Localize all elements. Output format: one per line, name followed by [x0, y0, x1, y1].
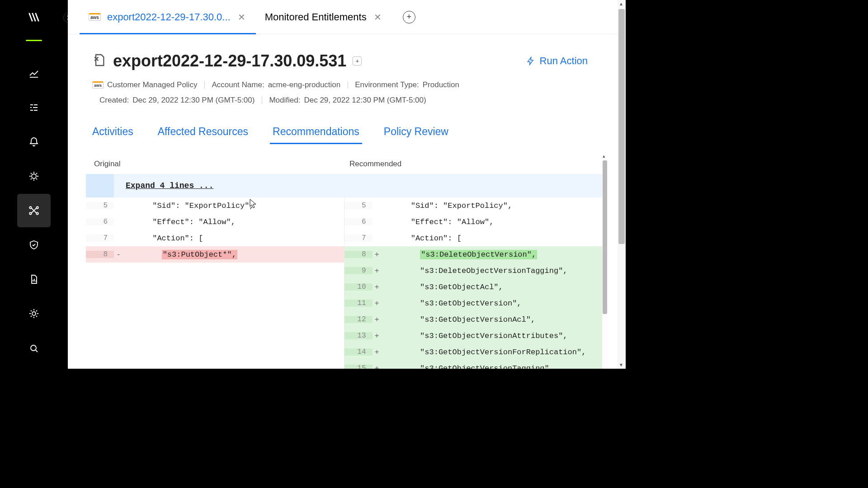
tab-label: Monitored Entitlements	[265, 11, 367, 23]
tab-affected-resources[interactable]: Affected Resources	[158, 126, 248, 144]
line-number: 7	[344, 235, 373, 242]
add-tab-button[interactable]: +	[403, 11, 415, 23]
line-number: 6	[86, 218, 114, 225]
svg-point-2	[36, 206, 38, 208]
diff-marker-plus: +	[373, 300, 382, 307]
diff-code: "Action": [	[123, 235, 203, 242]
tab-close-button[interactable]: ✕	[237, 12, 247, 22]
diff-code-removed: "s3:PutObject*",	[123, 251, 237, 258]
account-label: Account Name:	[212, 80, 264, 89]
diff-code: "Sid": "ExportPolicy",	[382, 202, 513, 210]
tab-recommendations[interactable]: Recommendations	[273, 126, 359, 144]
diff-code: "Effect": "Allow",	[123, 218, 236, 226]
diff-row: 14+ "s3:GetObjectVersionForReplication",	[86, 344, 602, 360]
diff-marker-plus: +	[373, 365, 382, 369]
diff-marker-plus: +	[373, 332, 382, 340]
diff-scrollbar[interactable]: ▲ ▼	[602, 154, 608, 369]
diff-row: 13+ "s3:GetObjectVersionAttributes",	[86, 328, 602, 344]
diff-row: 11+ "s3:GetObjectVersion",	[86, 295, 602, 311]
diff-code-added: "s3:GetObjectVersionTagging",	[382, 365, 554, 369]
tab-close-button[interactable]: ✕	[373, 12, 383, 22]
svg-point-3	[29, 212, 31, 214]
sidebar	[0, 0, 68, 369]
policy-icon	[92, 53, 107, 69]
diff-code: "Sid": "ExportPolicy",	[123, 202, 254, 210]
expand-lines-button[interactable]: Expand 4 lines ...	[86, 174, 602, 197]
sidebar-item-structure[interactable]	[17, 91, 51, 124]
tab-activities[interactable]: Activities	[92, 126, 133, 144]
scroll-up-icon[interactable]: ▲	[603, 155, 605, 159]
line-number: 10	[344, 283, 373, 291]
title-add-button[interactable]: +	[353, 56, 362, 66]
sidebar-item-theme[interactable]	[17, 297, 51, 330]
diff-row: 10+ "s3:GetObjectAcl",	[86, 279, 602, 295]
diff-marker-plus: +	[373, 267, 382, 275]
env-value: Production	[423, 80, 459, 89]
sidebar-item-search[interactable]	[17, 337, 51, 360]
page-header: export2022-12-29-17.30.09.531 + Run Acti…	[68, 34, 626, 107]
diff-row: 12+ "s3:GetObjectVersionAcl",	[86, 311, 602, 328]
svg-point-4	[36, 212, 38, 214]
sidebar-item-graph[interactable]	[17, 194, 51, 227]
diff-row: 5 "Sid": "ExportPolicy",5 "Sid": "Export…	[86, 197, 602, 214]
tab-policy[interactable]: aws export2022-12-29-17.30.0... ✕	[80, 0, 256, 34]
tab-monitored-entitlements[interactable]: Monitored Entitlements ✕	[256, 0, 392, 34]
diff-marker-plus: +	[373, 348, 382, 356]
modified-value: Dec 29, 2022 12:30 PM (GMT-5:00)	[304, 96, 426, 105]
line-number: 8	[86, 251, 114, 258]
diff-row: 8 - "s3:PutObject*", 8 + "s3:DeleteObjec…	[86, 246, 602, 263]
svg-point-1	[29, 206, 31, 208]
diff-row: 9+ "s3:DeleteObjectVersionTagging",	[86, 263, 602, 279]
line-number: 9	[344, 267, 373, 274]
policy-type: Customer Managed Policy	[107, 80, 197, 89]
tab-policy-review[interactable]: Policy Review	[384, 126, 448, 144]
diff-row: 7 "Action": [7 "Action": [	[86, 230, 602, 246]
sidebar-item-alerts[interactable]	[17, 125, 51, 159]
scroll-thumb[interactable]	[603, 160, 607, 314]
diff-code-added: "s3:GetObjectVersion",	[382, 300, 522, 307]
line-number: 6	[344, 218, 373, 225]
run-action-label: Run Action	[540, 55, 588, 67]
diff-code-added: "s3:DeleteObjectVersionTagging",	[382, 267, 568, 275]
expand-label: Expand 4 lines ...	[114, 182, 213, 190]
modified-label: Modified:	[269, 96, 300, 105]
bolt-icon	[526, 56, 535, 66]
sidebar-item-analytics[interactable]	[17, 56, 51, 90]
aws-icon: aws	[89, 13, 101, 21]
line-number: 15	[344, 365, 373, 369]
line-number: 7	[86, 235, 114, 242]
diff-code-added: "s3:DeleteObjectVersion",	[382, 251, 538, 258]
app-logo	[28, 11, 40, 23]
diff-marker-plus: +	[373, 316, 382, 324]
original-label: Original	[94, 160, 344, 169]
diff-code-added: "s3:GetObjectVersionForReplication",	[382, 348, 586, 356]
run-action-button[interactable]: Run Action	[526, 55, 588, 67]
scroll-up-icon[interactable]: ▲	[619, 1, 623, 6]
aws-icon: aws	[92, 81, 104, 89]
scroll-thumb[interactable]	[618, 9, 625, 244]
scroll-down-icon[interactable]: ▼	[619, 362, 623, 367]
line-number: 5	[344, 202, 373, 209]
diff-marker-plus: +	[373, 283, 382, 291]
diff-code-added: "s3:GetObjectAcl",	[382, 283, 503, 291]
main-panel: ▲ ▼ aws export2022-12-29-17.30.0... ✕ Mo…	[68, 0, 626, 369]
content-tabs: Activities Affected Resources Recommenda…	[68, 109, 626, 144]
diff-row: 15+ "s3:GetObjectVersionTagging",	[86, 360, 602, 369]
sidebar-item-security[interactable]	[17, 228, 51, 262]
main-scrollbar[interactable]: ▲ ▼	[618, 0, 626, 369]
right-gutter	[626, 0, 658, 369]
tab-label: export2022-12-29-17.30.0...	[107, 11, 231, 23]
env-label: Environment Type:	[355, 80, 419, 89]
svg-point-6	[31, 345, 36, 351]
sidebar-item-insights[interactable]	[17, 160, 51, 193]
sidebar-item-reports[interactable]	[17, 263, 51, 296]
line-number: 13	[344, 332, 373, 339]
diff-body: Expand 4 lines ... 5 "Sid": "ExportPolic…	[86, 174, 602, 369]
diff-code-added: "s3:GetObjectVersionAttributes",	[382, 332, 568, 340]
diff-code: "Action": [	[382, 235, 462, 242]
diff-row: 6 "Effect": "Allow",6 "Effect": "Allow",	[86, 214, 602, 230]
tabs-bar: aws export2022-12-29-17.30.0... ✕ Monito…	[68, 0, 626, 34]
diff-panel: ▲ ▼ Original Recommended Expand 4 lines …	[86, 154, 608, 369]
diff-marker-minus: -	[114, 251, 123, 258]
line-number: 5	[86, 202, 114, 209]
